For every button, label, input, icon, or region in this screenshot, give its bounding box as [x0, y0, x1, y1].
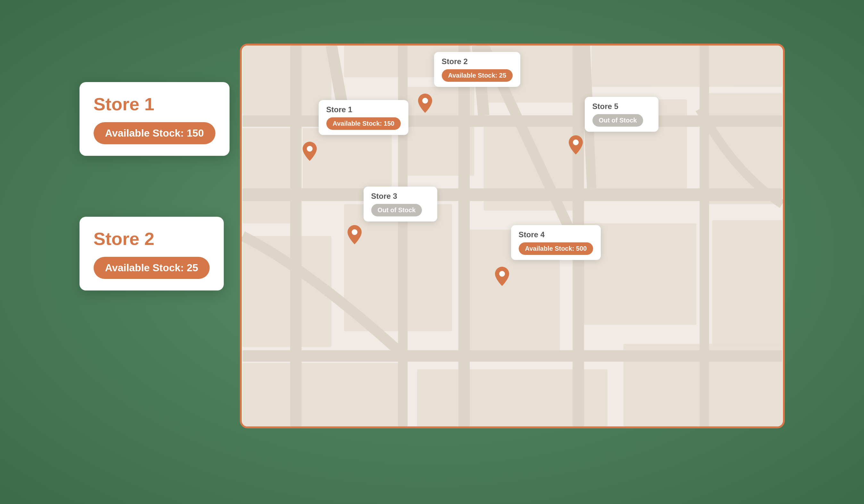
map-tooltip-store3: Store 3 Out of Stock: [363, 187, 437, 221]
svg-rect-4: [591, 46, 782, 87]
map-tooltip-store3-badge: Out of Stock: [371, 204, 422, 216]
map-tooltip-store1-badge: Available Stock: 150: [326, 117, 401, 130]
map-tooltip-store3-title: Store 3: [371, 192, 430, 201]
svg-rect-5: [242, 128, 290, 223]
svg-point-31: [573, 140, 579, 145]
map-pin-store3[interactable]: Store 3 Out of Stock: [348, 225, 362, 245]
pin-icon-store5: [569, 135, 583, 155]
svg-point-29: [352, 229, 358, 235]
store-card-2: Store 2 Available Stock: 25: [80, 217, 224, 290]
pin-icon-store1: [303, 142, 317, 161]
map-tooltip-store5-title: Store 5: [592, 102, 651, 111]
svg-rect-22: [290, 46, 302, 427]
map-pin-store4[interactable]: Store 4 Available Stock: 500: [495, 267, 509, 287]
store-card-1-title: Store 1: [94, 94, 215, 115]
pin-icon-store2: [418, 94, 432, 113]
map-pin-store5[interactable]: Store 5 Out of Stock: [569, 135, 583, 156]
svg-rect-24: [458, 46, 470, 427]
svg-rect-26: [699, 46, 709, 427]
store-card-1-badge: Available Stock: 150: [94, 122, 215, 144]
map-tooltip-store4-badge: Available Stock: 500: [519, 242, 593, 255]
map-tooltip-store2-title: Store 2: [442, 57, 513, 66]
svg-rect-16: [242, 363, 401, 427]
map-tooltip-store4: Store 4 Available Stock: 500: [511, 225, 601, 260]
map-tooltip-store1-title: Store 1: [326, 105, 401, 114]
map-pin-store2[interactable]: Store 2 Available Stock: 25: [418, 94, 432, 114]
scene: Store 1 Available Stock: 150 Store 2 Ava…: [80, 44, 785, 460]
svg-rect-1: [242, 46, 331, 116]
svg-point-27: [307, 146, 313, 152]
svg-rect-15: [712, 220, 782, 353]
map-tooltip-store1: Store 1 Available Stock: 150: [319, 100, 409, 135]
svg-rect-10: [699, 93, 782, 205]
map-tooltip-store2: Store 2 Available Stock: 25: [434, 52, 521, 87]
map-tooltip-store4-title: Store 4: [519, 230, 593, 239]
map-tooltip-store5-badge: Out of Stock: [592, 114, 644, 127]
map-tooltip-store2-badge: Available Stock: 25: [442, 69, 513, 82]
svg-point-30: [499, 271, 505, 277]
svg-point-28: [422, 98, 428, 104]
store-card-1: Store 1 Available Stock: 150: [80, 82, 230, 156]
pin-icon-store3: [348, 225, 362, 244]
store-card-2-title: Store 2: [94, 228, 210, 249]
pin-icon-store4: [495, 267, 509, 286]
map-tooltip-store5: Store 5 Out of Stock: [585, 97, 659, 132]
store-card-2-badge: Available Stock: 25: [94, 257, 210, 279]
svg-rect-11: [242, 236, 331, 347]
map-pin-store1[interactable]: Store 1 Available Stock: 150: [303, 142, 317, 162]
map-container: Store 1 Available Stock: 150 Store 2 Ava…: [240, 44, 785, 428]
